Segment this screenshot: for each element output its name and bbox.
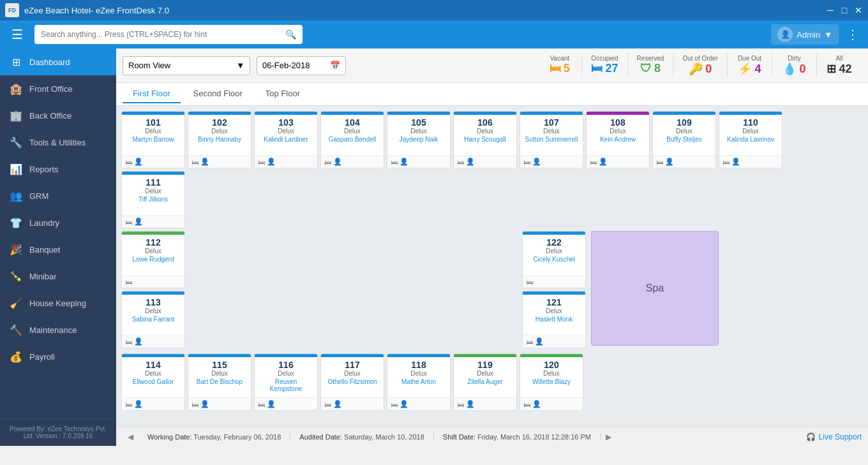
- room-card-120[interactable]: 120 Delux Willette Blazy 🛏 👤: [520, 353, 583, 411]
- scroll-nav-left[interactable]: ◀: [123, 432, 138, 441]
- room-row-2: 111 Delux Tiff Jillions 🛏 👤: [121, 171, 863, 228]
- room-card-103[interactable]: 103 Delux Kalindi Lardiner 🛏 👤: [254, 111, 318, 168]
- date-picker[interactable]: 06-Feb-2018 📅: [257, 56, 346, 75]
- room-card-101[interactable]: 101 Delux Martyn Barrow 🛏 👤: [121, 111, 185, 168]
- vacant-badge: Vacant 🛏 5: [537, 54, 582, 77]
- titlebar: FD eZee Beach Hotel- eZee FrontDesk 7.0 …: [0, 0, 868, 20]
- room-108-body: 108 Delux Kein Andrew: [587, 115, 649, 155]
- scroll-nav-right[interactable]: ▶: [601, 432, 617, 441]
- sidebar-item-dashboard[interactable]: ⊞ Dashboard: [0, 48, 116, 75]
- room-106-number: 106: [458, 117, 513, 128]
- date-value: 06-Feb-2018: [262, 61, 310, 70]
- room-114-body: 114 Delux Ellwood Gailor: [122, 357, 184, 397]
- room-card-105[interactable]: 105 Delux Jaydeep Naik 🛏 👤: [387, 111, 451, 168]
- due-out-badge: Due Out ⚡ 4: [728, 54, 772, 77]
- room-116-icons: 🛏 👤: [255, 397, 317, 410]
- room-card-116[interactable]: 116 Delux Reuven Kempstone 🛏 👤: [254, 353, 318, 411]
- tab-second-floor[interactable]: Second Floor: [183, 85, 253, 103]
- reserved-badge: Reserved 🛡 8: [628, 54, 674, 77]
- room-card-108[interactable]: 108 Delux Kein Andrew 🛏 👤: [586, 111, 650, 168]
- room-card-109[interactable]: 109 Delux Buffy Steljes 🛏 👤: [652, 111, 716, 168]
- room-card-119[interactable]: 119 Delux Zitella Auger 🛏 👤: [453, 353, 517, 411]
- room-card-104[interactable]: 104 Delux Gasparo Bendell 🛏 👤: [320, 111, 384, 168]
- room-card-113[interactable]: 113 Delux Sabina Farrant 🛏 👤: [121, 291, 185, 348]
- room-108-number: 108: [590, 117, 645, 128]
- sidebar-item-laundry[interactable]: 👕 Laundry: [0, 209, 116, 236]
- room-103-guest: Kalindi Lardiner: [258, 136, 313, 143]
- room-116-type: Delux: [258, 370, 313, 377]
- audited-date-value: Saturday, March 10, 2018: [344, 433, 424, 441]
- room-card-110[interactable]: 110 Delux Kalinda Lavrinov 🛏 👤: [719, 111, 782, 168]
- room-card-117[interactable]: 117 Delux Othello Fitzsimon 🛏 👤: [320, 353, 384, 411]
- room-114-guest: Ellwood Gailor: [126, 378, 181, 385]
- room-101-number: 101: [126, 117, 181, 128]
- person-icon: 👤: [599, 158, 608, 166]
- room-102-icons: 🛏 👤: [188, 155, 251, 168]
- sidebar-item-housekeeping[interactable]: 🧹 House Keeping: [0, 290, 116, 316]
- sidebar-item-tools-utilities[interactable]: 🔧 Tools & Utilities: [0, 129, 116, 156]
- room-card-106[interactable]: 106 Delux Harry Scougall 🛏 👤: [453, 111, 517, 168]
- search-input[interactable]: [41, 30, 285, 39]
- room-107-icons: 🛏 👤: [520, 155, 583, 168]
- bed-icon: 🛏: [391, 158, 398, 166]
- tab-top-floor[interactable]: Top Floor: [255, 85, 310, 103]
- room-107-number: 107: [524, 117, 579, 128]
- more-options-button[interactable]: ⋮: [844, 24, 862, 45]
- room-card-112[interactable]: 112 Delux Lowe Rudgerd 🛏: [121, 231, 185, 288]
- room-card-115[interactable]: 115 Delux Bart De Bischop 🛏 👤: [188, 353, 251, 411]
- sidebar-item-front-office[interactable]: 🏨 Front Office: [0, 75, 116, 102]
- tab-first-floor[interactable]: First Floor: [123, 85, 181, 103]
- room-108-type: Delux: [590, 128, 645, 135]
- close-button[interactable]: ✕: [854, 6, 863, 15]
- search-bar[interactable]: 🔍: [34, 25, 303, 44]
- shift-date-label: Shift Date:: [443, 433, 475, 441]
- back-office-icon: 🏢: [9, 108, 23, 122]
- sidebar-item-maintenance[interactable]: 🔨 Maintenance: [0, 316, 116, 343]
- room-122-guest: Cicely Kuschel: [527, 256, 581, 263]
- room-card-118[interactable]: 118 Delux Mathe Arton 🛏 👤: [387, 353, 451, 411]
- room-119-type: Delux: [458, 370, 513, 377]
- scroll-left-button[interactable]: ◀: [125, 432, 136, 441]
- person-icon: 👤: [665, 158, 674, 166]
- minimize-button[interactable]: ─: [826, 6, 835, 15]
- all-value: ⊞ 42: [827, 62, 851, 76]
- all-label: All: [835, 55, 842, 62]
- room-104-guest: Gasparo Bendell: [325, 136, 380, 143]
- bed-icon: 🛏: [125, 401, 132, 408]
- sidebar-item-minibar[interactable]: 🍾 Minibar: [0, 263, 116, 290]
- occupied-icon: 🛏: [591, 62, 602, 75]
- room-card-111[interactable]: 111 Delux Tiff Jillions 🛏 👤: [121, 171, 185, 228]
- bed-icon: 🛏: [656, 158, 663, 166]
- scroll-right-button[interactable]: ▶: [603, 432, 614, 441]
- room-109-type: Delux: [657, 128, 712, 135]
- room-121-guest: Haslett Monk: [527, 316, 581, 323]
- room-117-type: Delux: [325, 370, 380, 377]
- room-card-114[interactable]: 114 Delux Ellwood Gailor 🛏 👤: [121, 353, 185, 411]
- sidebar-item-banquet[interactable]: 🎉 Banquet: [0, 236, 116, 263]
- sidebar-item-payroll[interactable]: 💰 Payroll: [0, 343, 116, 370]
- room-grid-container[interactable]: 101 Delux Martyn Barrow 🛏 👤 10: [116, 106, 868, 427]
- occupied-label: Occupied: [591, 55, 618, 62]
- maximize-button[interactable]: □: [840, 6, 849, 15]
- live-support-button[interactable]: 🎧 Live Support: [806, 432, 862, 441]
- room-105-body: 105 Delux Jaydeep Naik: [387, 115, 450, 155]
- room-card-121[interactable]: 121 Delux Haslett Monk 🛏 👤: [522, 291, 586, 348]
- room-101-guest: Martyn Barrow: [126, 136, 181, 143]
- room-106-icons: 🛏 👤: [454, 155, 516, 168]
- audited-date-item: Audited Date: Saturday, March 10, 2018: [290, 433, 433, 441]
- dirty-value: 💧 0: [782, 62, 805, 76]
- room-card-102[interactable]: 102 Delux Binny Hannaby 🛏 👤: [188, 111, 251, 168]
- sidebar-item-reports[interactable]: 📊 Reports: [0, 156, 116, 182]
- sidebar-item-grm[interactable]: 👥 GRM: [0, 182, 116, 209]
- room-112-number: 112: [126, 237, 181, 247]
- admin-menu-button[interactable]: 👤 Admin ▼: [771, 24, 839, 45]
- menu-toggle-button[interactable]: ☰: [6, 24, 28, 45]
- room-card-122[interactable]: 122 Delux Cicely Kuschel 🛏: [522, 231, 586, 288]
- room-103-type: Delux: [258, 128, 313, 135]
- window-controls[interactable]: ─ □ ✕: [826, 6, 863, 15]
- room-110-body: 110 Delux Kalinda Lavrinov: [719, 115, 782, 155]
- room-card-107[interactable]: 107 Delux Sutton Summerrell 🛏 👤: [520, 111, 583, 168]
- app-title: eZee Beach Hotel- eZee FrontDesk 7.0: [24, 6, 826, 15]
- sidebar-item-back-office[interactable]: 🏢 Back Office: [0, 102, 116, 129]
- view-selector[interactable]: Room View ▼: [123, 56, 250, 75]
